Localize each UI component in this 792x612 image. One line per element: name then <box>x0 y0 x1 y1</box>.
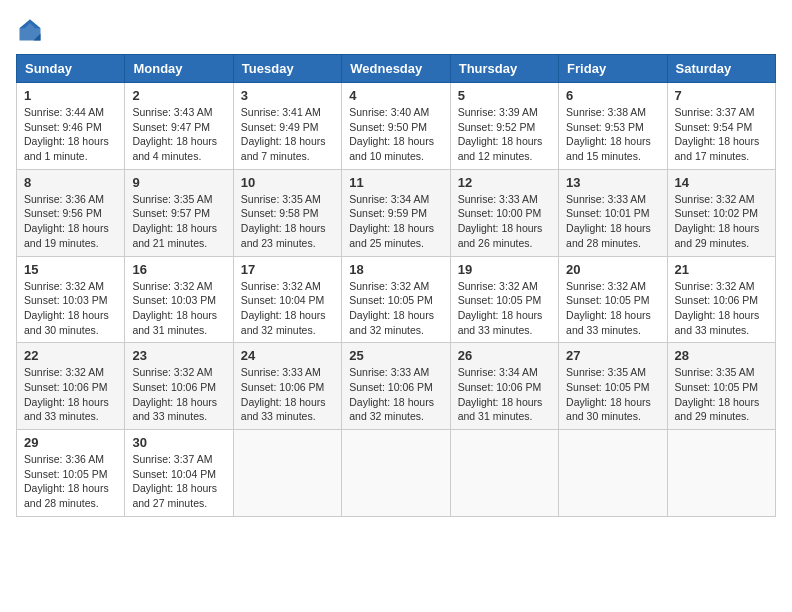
weekday-header-thursday: Thursday <box>450 55 558 83</box>
calendar-week-row: 15Sunrise: 3:32 AMSunset: 10:03 PMDaylig… <box>17 256 776 343</box>
day-number: 29 <box>24 435 117 450</box>
calendar-cell: 20Sunrise: 3:32 AMSunset: 10:05 PMDaylig… <box>559 256 667 343</box>
day-detail: Sunrise: 3:32 AMSunset: 10:06 PMDaylight… <box>675 279 768 338</box>
day-detail: Sunrise: 3:33 AMSunset: 10:01 PMDaylight… <box>566 192 659 251</box>
calendar-cell: 5Sunrise: 3:39 AMSunset: 9:52 PMDaylight… <box>450 83 558 170</box>
day-number: 20 <box>566 262 659 277</box>
calendar-cell: 23Sunrise: 3:32 AMSunset: 10:06 PMDaylig… <box>125 343 233 430</box>
weekday-header-monday: Monday <box>125 55 233 83</box>
day-number: 7 <box>675 88 768 103</box>
day-number: 23 <box>132 348 225 363</box>
calendar-cell: 2Sunrise: 3:43 AMSunset: 9:47 PMDaylight… <box>125 83 233 170</box>
header <box>16 16 776 44</box>
day-detail: Sunrise: 3:32 AMSunset: 10:03 PMDaylight… <box>24 279 117 338</box>
day-number: 2 <box>132 88 225 103</box>
calendar-week-row: 1Sunrise: 3:44 AMSunset: 9:46 PMDaylight… <box>17 83 776 170</box>
calendar-cell: 11Sunrise: 3:34 AMSunset: 9:59 PMDayligh… <box>342 169 450 256</box>
day-number: 26 <box>458 348 551 363</box>
calendar-cell: 28Sunrise: 3:35 AMSunset: 10:05 PMDaylig… <box>667 343 775 430</box>
calendar-week-row: 22Sunrise: 3:32 AMSunset: 10:06 PMDaylig… <box>17 343 776 430</box>
calendar-cell <box>559 430 667 517</box>
day-detail: Sunrise: 3:35 AMSunset: 10:05 PMDaylight… <box>675 365 768 424</box>
day-number: 10 <box>241 175 334 190</box>
day-detail: Sunrise: 3:37 AMSunset: 9:54 PMDaylight:… <box>675 105 768 164</box>
calendar-cell: 10Sunrise: 3:35 AMSunset: 9:58 PMDayligh… <box>233 169 341 256</box>
day-number: 16 <box>132 262 225 277</box>
day-detail: Sunrise: 3:37 AMSunset: 10:04 PMDaylight… <box>132 452 225 511</box>
calendar-cell: 27Sunrise: 3:35 AMSunset: 10:05 PMDaylig… <box>559 343 667 430</box>
calendar-cell: 4Sunrise: 3:40 AMSunset: 9:50 PMDaylight… <box>342 83 450 170</box>
day-number: 6 <box>566 88 659 103</box>
day-number: 21 <box>675 262 768 277</box>
calendar-cell: 25Sunrise: 3:33 AMSunset: 10:06 PMDaylig… <box>342 343 450 430</box>
calendar-cell: 12Sunrise: 3:33 AMSunset: 10:00 PMDaylig… <box>450 169 558 256</box>
calendar-cell <box>342 430 450 517</box>
day-number: 15 <box>24 262 117 277</box>
day-detail: Sunrise: 3:32 AMSunset: 10:03 PMDaylight… <box>132 279 225 338</box>
weekday-header-friday: Friday <box>559 55 667 83</box>
calendar-cell: 22Sunrise: 3:32 AMSunset: 10:06 PMDaylig… <box>17 343 125 430</box>
day-detail: Sunrise: 3:36 AMSunset: 10:05 PMDaylight… <box>24 452 117 511</box>
day-number: 14 <box>675 175 768 190</box>
day-number: 11 <box>349 175 442 190</box>
calendar-cell: 7Sunrise: 3:37 AMSunset: 9:54 PMDaylight… <box>667 83 775 170</box>
day-number: 17 <box>241 262 334 277</box>
calendar-cell: 24Sunrise: 3:33 AMSunset: 10:06 PMDaylig… <box>233 343 341 430</box>
day-number: 30 <box>132 435 225 450</box>
day-number: 19 <box>458 262 551 277</box>
day-number: 28 <box>675 348 768 363</box>
calendar-cell: 15Sunrise: 3:32 AMSunset: 10:03 PMDaylig… <box>17 256 125 343</box>
day-detail: Sunrise: 3:32 AMSunset: 10:04 PMDaylight… <box>241 279 334 338</box>
day-number: 1 <box>24 88 117 103</box>
day-number: 8 <box>24 175 117 190</box>
weekday-header-row: SundayMondayTuesdayWednesdayThursdayFrid… <box>17 55 776 83</box>
calendar-cell: 26Sunrise: 3:34 AMSunset: 10:06 PMDaylig… <box>450 343 558 430</box>
day-number: 27 <box>566 348 659 363</box>
day-number: 9 <box>132 175 225 190</box>
calendar-cell: 14Sunrise: 3:32 AMSunset: 10:02 PMDaylig… <box>667 169 775 256</box>
day-detail: Sunrise: 3:35 AMSunset: 9:58 PMDaylight:… <box>241 192 334 251</box>
day-detail: Sunrise: 3:34 AMSunset: 9:59 PMDaylight:… <box>349 192 442 251</box>
day-detail: Sunrise: 3:35 AMSunset: 9:57 PMDaylight:… <box>132 192 225 251</box>
calendar-week-row: 8Sunrise: 3:36 AMSunset: 9:56 PMDaylight… <box>17 169 776 256</box>
day-detail: Sunrise: 3:32 AMSunset: 10:05 PMDaylight… <box>458 279 551 338</box>
day-number: 3 <box>241 88 334 103</box>
calendar-cell <box>233 430 341 517</box>
day-detail: Sunrise: 3:32 AMSunset: 10:06 PMDaylight… <box>24 365 117 424</box>
calendar-cell: 19Sunrise: 3:32 AMSunset: 10:05 PMDaylig… <box>450 256 558 343</box>
day-detail: Sunrise: 3:33 AMSunset: 10:06 PMDaylight… <box>349 365 442 424</box>
day-number: 12 <box>458 175 551 190</box>
calendar-cell <box>667 430 775 517</box>
logo-icon <box>16 16 44 44</box>
day-number: 13 <box>566 175 659 190</box>
day-detail: Sunrise: 3:32 AMSunset: 10:05 PMDaylight… <box>349 279 442 338</box>
calendar-cell: 21Sunrise: 3:32 AMSunset: 10:06 PMDaylig… <box>667 256 775 343</box>
weekday-header-sunday: Sunday <box>17 55 125 83</box>
weekday-header-saturday: Saturday <box>667 55 775 83</box>
day-detail: Sunrise: 3:33 AMSunset: 10:06 PMDaylight… <box>241 365 334 424</box>
day-detail: Sunrise: 3:41 AMSunset: 9:49 PMDaylight:… <box>241 105 334 164</box>
day-number: 4 <box>349 88 442 103</box>
day-number: 24 <box>241 348 334 363</box>
day-detail: Sunrise: 3:39 AMSunset: 9:52 PMDaylight:… <box>458 105 551 164</box>
day-detail: Sunrise: 3:32 AMSunset: 10:02 PMDaylight… <box>675 192 768 251</box>
calendar-cell: 29Sunrise: 3:36 AMSunset: 10:05 PMDaylig… <box>17 430 125 517</box>
day-number: 18 <box>349 262 442 277</box>
day-detail: Sunrise: 3:34 AMSunset: 10:06 PMDaylight… <box>458 365 551 424</box>
calendar-cell: 9Sunrise: 3:35 AMSunset: 9:57 PMDaylight… <box>125 169 233 256</box>
calendar-cell: 18Sunrise: 3:32 AMSunset: 10:05 PMDaylig… <box>342 256 450 343</box>
day-detail: Sunrise: 3:33 AMSunset: 10:00 PMDaylight… <box>458 192 551 251</box>
day-detail: Sunrise: 3:38 AMSunset: 9:53 PMDaylight:… <box>566 105 659 164</box>
calendar-cell: 6Sunrise: 3:38 AMSunset: 9:53 PMDaylight… <box>559 83 667 170</box>
day-number: 25 <box>349 348 442 363</box>
day-detail: Sunrise: 3:43 AMSunset: 9:47 PMDaylight:… <box>132 105 225 164</box>
day-detail: Sunrise: 3:35 AMSunset: 10:05 PMDaylight… <box>566 365 659 424</box>
calendar-cell: 13Sunrise: 3:33 AMSunset: 10:01 PMDaylig… <box>559 169 667 256</box>
logo <box>16 16 44 44</box>
calendar-cell: 16Sunrise: 3:32 AMSunset: 10:03 PMDaylig… <box>125 256 233 343</box>
day-detail: Sunrise: 3:44 AMSunset: 9:46 PMDaylight:… <box>24 105 117 164</box>
calendar-cell: 8Sunrise: 3:36 AMSunset: 9:56 PMDaylight… <box>17 169 125 256</box>
day-detail: Sunrise: 3:40 AMSunset: 9:50 PMDaylight:… <box>349 105 442 164</box>
calendar-cell: 30Sunrise: 3:37 AMSunset: 10:04 PMDaylig… <box>125 430 233 517</box>
day-number: 22 <box>24 348 117 363</box>
